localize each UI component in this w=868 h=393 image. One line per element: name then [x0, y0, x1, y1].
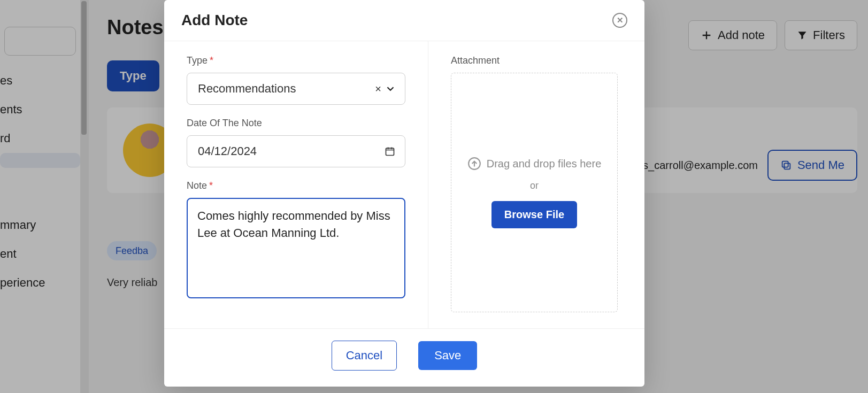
type-label-text: Type [187, 55, 208, 66]
calendar-icon[interactable] [385, 146, 395, 157]
modal-header: Add Note ✕ [164, 0, 644, 41]
cancel-button[interactable]: Cancel [332, 341, 397, 371]
modal-footer: Cancel Save [164, 328, 644, 387]
required-marker: * [209, 180, 213, 191]
required-marker: * [210, 55, 213, 66]
add-note-modal: Add Note ✕ Type* Recommendations × Date … [164, 0, 644, 387]
chevron-down-icon[interactable] [385, 83, 396, 95]
date-value: 04/12/2024 [198, 144, 257, 158]
close-icon: ✕ [617, 16, 624, 25]
modal-title: Add Note [181, 12, 248, 29]
attachment-dropzone[interactable]: Drag and drop files here or Browse File [451, 73, 618, 312]
modal-right-column: Attachment Drag and drop files here or B… [428, 41, 644, 328]
date-input[interactable]: 04/12/2024 [187, 135, 405, 167]
svg-rect-2 [386, 148, 394, 155]
note-label-text: Note [187, 180, 207, 191]
dropzone-text: Drag and drop files here [487, 158, 602, 170]
upload-icon [467, 157, 481, 171]
type-select[interactable]: Recommendations × [187, 73, 405, 105]
type-label: Type* [187, 55, 405, 66]
type-select-value: Recommendations [198, 82, 296, 96]
save-button[interactable]: Save [418, 341, 477, 370]
date-label: Date Of The Note [187, 118, 405, 129]
note-label: Note* [187, 180, 405, 191]
dropzone-hint: Drag and drop files here [467, 157, 602, 171]
modal-body: Type* Recommendations × Date Of The Note… [164, 41, 644, 328]
dropzone-or: or [530, 180, 539, 191]
browse-file-button[interactable]: Browse File [491, 201, 577, 228]
attachment-label: Attachment [451, 55, 622, 66]
note-textarea[interactable] [187, 198, 405, 298]
modal-left-column: Type* Recommendations × Date Of The Note… [164, 41, 428, 328]
clear-selection-icon[interactable]: × [375, 83, 381, 95]
close-button[interactable]: ✕ [612, 13, 627, 28]
